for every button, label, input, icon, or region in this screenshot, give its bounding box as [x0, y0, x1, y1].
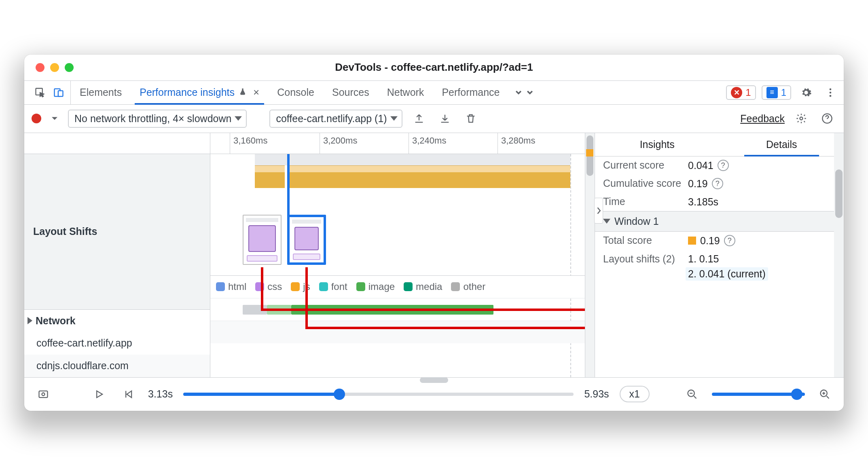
throttling-select[interactable]: No network throttling, 4× slowdown [68, 110, 247, 128]
task-block[interactable] [289, 165, 570, 188]
tab-performance-insights[interactable]: Performance insights × [131, 81, 268, 104]
insights-toolbar: No network throttling, 4× slowdown coffe… [24, 105, 844, 133]
recording-select[interactable]: coffee-cart.netlify.app (1) [269, 110, 402, 128]
zoom-knob[interactable] [791, 389, 802, 400]
tab-label: Elements [80, 87, 122, 98]
svg-point-9 [42, 393, 45, 395]
legend-item: other [451, 281, 485, 292]
export-icon[interactable] [410, 109, 428, 128]
layout-shifts-track-label: Layout Shifts [24, 154, 210, 309]
network-track-header[interactable]: Network [24, 309, 210, 332]
details-tabs: Insights Details [595, 133, 844, 156]
window-section-header[interactable]: Window 1 [595, 211, 844, 232]
ruler-tick: 3,240ms [409, 133, 446, 154]
toggle-preview-icon[interactable] [34, 385, 53, 404]
legend-item: css [255, 281, 282, 292]
playback-slider[interactable] [183, 393, 574, 396]
zoom-in-icon[interactable] [815, 385, 834, 404]
svg-rect-8 [39, 391, 48, 397]
request-bar[interactable] [267, 305, 291, 315]
svg-rect-2 [58, 91, 63, 96]
tab-console[interactable]: Console [268, 81, 323, 104]
scrollbar-thumb[interactable] [835, 169, 843, 218]
gear-icon[interactable] [797, 83, 815, 102]
total-score-value: 0.19 [700, 235, 720, 247]
layout-shift-thumbnail[interactable] [243, 215, 282, 265]
legend-item: image [356, 281, 395, 292]
device-toolbar-icon[interactable] [49, 83, 68, 102]
layout-shift-entry[interactable]: 1. 0.15 [688, 253, 719, 265]
network-legend: html css js font image media other [210, 275, 585, 298]
tab-label: Network [387, 87, 424, 98]
layout-shift-thumbnails [210, 215, 585, 267]
timeline-column[interactable]: 3,160ms 3,200ms 3,240ms 3,280ms [210, 133, 595, 377]
network-host-row[interactable]: cdnjs.cloudflare.com [24, 355, 210, 377]
devtools-top-bar: Elements Performance insights × Console … [24, 80, 844, 105]
inspect-element-icon[interactable] [31, 83, 49, 102]
rewind-to-start-icon[interactable] [119, 385, 138, 404]
network-tracks [210, 298, 585, 343]
error-count-pill[interactable]: ✕ 1 [726, 85, 756, 100]
network-request-row[interactable] [210, 298, 585, 321]
panel-settings-icon[interactable] [792, 109, 811, 128]
help-icon[interactable]: ? [712, 178, 723, 189]
feedback-link[interactable]: Feedback [740, 113, 785, 125]
tab-performance[interactable]: Performance [433, 81, 508, 104]
request-bar[interactable] [243, 305, 267, 315]
layout-shift-thumbnail-selected[interactable] [287, 215, 326, 265]
main-thread-gap [255, 154, 570, 165]
tab-network[interactable]: Network [378, 81, 433, 104]
tab-details[interactable]: Details [720, 133, 844, 156]
task-block[interactable] [255, 165, 285, 188]
message-icon: ≡ [766, 87, 778, 98]
request-bar[interactable] [291, 305, 493, 315]
play-icon[interactable] [90, 385, 108, 404]
zoom-out-icon[interactable] [683, 385, 701, 404]
import-icon[interactable] [436, 109, 454, 128]
layout-shift-entry-current[interactable]: 2. 0.041 (current) [686, 267, 768, 281]
network-request-row[interactable] [210, 321, 585, 343]
tab-insights[interactable]: Insights [595, 133, 720, 156]
slider-knob[interactable] [334, 389, 345, 400]
details-panel: Insights Details Current score 0.041? Cu… [595, 133, 844, 377]
kv-total-score: Total score 0.19 ? [595, 232, 844, 250]
speed-chip[interactable]: x1 [620, 386, 650, 402]
network-host-row[interactable]: coffee-cart.netlify.app [24, 332, 210, 355]
timeline-vertical-scrollbar[interactable] [585, 133, 595, 377]
details-scrollbar[interactable] [834, 133, 844, 377]
network-label-text: Network [36, 315, 76, 327]
delete-icon[interactable] [462, 109, 480, 128]
section-title: Window 1 [614, 216, 659, 227]
playback-end-time: 5.93s [584, 388, 609, 400]
help-icon[interactable] [818, 109, 836, 128]
ruler-spacer [24, 133, 210, 154]
message-count-pill[interactable]: ≡ 1 [762, 85, 791, 100]
legend-item: js [291, 281, 310, 292]
help-icon[interactable]: ? [724, 235, 735, 246]
overview-event-marker[interactable] [586, 149, 593, 156]
time-ruler[interactable]: 3,160ms 3,200ms 3,240ms 3,280ms [210, 133, 595, 154]
window-title: DevTools - coffee-cart.netlify.app/?ad=1 [24, 61, 844, 74]
recording-value: coffee-cart.netlify.app (1) [276, 113, 387, 124]
kv-layout-shifts: Layout shifts (2) 1. 0.15 2. 0.041 (curr… [595, 250, 844, 284]
horizontal-scroll-indicator[interactable] [420, 377, 448, 383]
help-icon[interactable]: ? [718, 160, 729, 171]
zoom-slider[interactable] [712, 393, 805, 396]
kebab-menu-icon[interactable] [821, 83, 840, 102]
svg-point-5 [830, 95, 832, 97]
tab-sources[interactable]: Sources [323, 81, 378, 104]
host-label: cdnjs.cloudflare.com [36, 360, 129, 372]
record-button[interactable] [32, 114, 41, 123]
tab-elements[interactable]: Elements [71, 81, 131, 104]
record-options-dropdown-icon[interactable] [49, 109, 61, 128]
close-tab-icon[interactable]: × [251, 86, 259, 99]
host-label: coffee-cart.netlify.app [36, 337, 132, 349]
tracks-area[interactable]: html css js font image media other [210, 154, 595, 377]
svg-point-4 [830, 91, 832, 93]
error-icon: ✕ [731, 87, 742, 98]
ruler-tick: 3,280ms [498, 133, 535, 154]
message-count: 1 [781, 87, 786, 98]
collapse-panel-icon[interactable] [594, 198, 603, 224]
svg-point-6 [800, 117, 803, 120]
more-tabs-icon[interactable] [509, 81, 540, 104]
